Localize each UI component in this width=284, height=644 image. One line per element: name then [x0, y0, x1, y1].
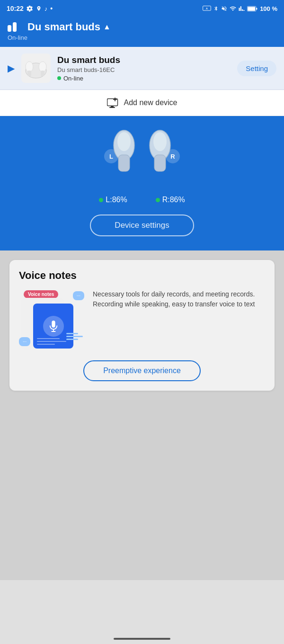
voice-notes-section: Voice notes Voice notes — [0, 250, 284, 400]
voice-notes-card: Voice notes Voice notes — [9, 260, 275, 391]
device-online-status: On-line — [57, 75, 231, 82]
online-label: On-line — [63, 75, 83, 82]
app-header: Du smart buds ▲ On-line — [0, 17, 284, 47]
battery-row: L:86% R:86% — [89, 196, 194, 204]
right-battery-text: R:86% — [162, 196, 185, 204]
status-bar-right: A 100 % — [203, 5, 277, 12]
speech-bubble-2: ··· — [19, 337, 30, 346]
svg-point-8 — [26, 62, 33, 72]
earbuds-illustration: L R — [95, 121, 189, 192]
mute-icon — [221, 5, 227, 12]
chat-lines — [66, 333, 83, 341]
preemptive-experience-button[interactable]: Preemptive experience — [83, 360, 201, 381]
device-info: Du smart buds Du smart buds-16EC On-line — [57, 55, 231, 82]
bottom-gray-area — [0, 400, 284, 580]
right-battery: R:86% — [156, 196, 185, 204]
device-name-text: Du smart buds — [57, 55, 231, 65]
voice-notes-description: Necessary tools for daily records, and m… — [93, 289, 265, 309]
speech-bubble-1: ··· — [73, 291, 84, 300]
add-device-icon — [107, 98, 119, 108]
app-online-status: On-line — [8, 34, 276, 41]
add-device-label: Add new device — [124, 98, 178, 107]
device-model-text: Du smart buds-16EC — [57, 66, 231, 73]
svg-rect-4 — [256, 8, 257, 9]
svg-rect-13 — [111, 106, 114, 107]
bottom-nav-indicator — [0, 634, 284, 644]
nav-bar — [114, 638, 170, 640]
earbuds-container: L R — [0, 116, 284, 192]
signal-icon — [239, 5, 245, 12]
gear-icon — [27, 5, 33, 12]
status-bar-left: 10:22 ♪ • — [7, 5, 53, 12]
auto-icon: A — [203, 6, 211, 11]
app-name-label: Du smart buds — [27, 21, 100, 33]
svg-point-9 — [39, 62, 46, 72]
app-logo — [8, 21, 23, 33]
tiktok-icon: ♪ — [44, 5, 48, 12]
voice-tag: Voice notes — [24, 290, 58, 298]
svg-rect-22 — [154, 155, 166, 171]
doc-lines — [37, 338, 70, 345]
left-battery-dot — [99, 198, 103, 202]
voice-notes-content: Voice notes — [19, 289, 265, 351]
mic-circle — [43, 316, 64, 337]
app-header-top[interactable]: Du smart buds ▲ — [8, 21, 276, 33]
status-bar: 10:22 ♪ • A 100 % — [0, 0, 284, 17]
location-icon — [36, 5, 42, 12]
voice-notes-title: Voice notes — [19, 269, 265, 282]
svg-rect-14 — [109, 107, 115, 108]
svg-rect-6 — [13, 22, 17, 32]
svg-rect-23 — [52, 321, 55, 328]
time-display: 10:22 — [7, 5, 24, 12]
svg-text:A: A — [206, 7, 208, 10]
left-battery-text: L:86% — [106, 196, 127, 204]
svg-rect-5 — [8, 25, 11, 32]
device-image — [21, 54, 51, 83]
bluetooth-icon — [213, 5, 219, 12]
dot-indicator: • — [50, 5, 53, 12]
svg-rect-16 — [113, 99, 117, 100]
doc-blue — [33, 304, 73, 349]
left-battery: L:86% — [99, 196, 127, 204]
svg-point-18 — [117, 132, 131, 151]
battery-icon — [247, 6, 257, 12]
svg-point-21 — [153, 132, 167, 151]
setting-button[interactable]: Setting — [237, 61, 276, 76]
wifi-icon — [230, 5, 236, 12]
device-settings-button[interactable]: Device settings — [90, 215, 194, 236]
battery-percent: 100 % — [260, 5, 277, 12]
play-arrow-icon[interactable]: ▶ — [8, 63, 15, 74]
online-dot-icon — [57, 76, 61, 80]
device-card: ▶ Du smart buds Du smart buds-16EC On-li… — [0, 47, 284, 90]
voice-notes-illustration: Voice notes — [19, 289, 85, 351]
svg-rect-3 — [248, 7, 256, 10]
svg-rect-19 — [118, 155, 130, 171]
main-blue-section: L R L:86% R:86% Device s — [0, 116, 284, 250]
earbuds-main-svg — [104, 121, 180, 182]
dropdown-arrow-icon[interactable]: ▲ — [103, 23, 111, 31]
device-thumbnail — [23, 56, 49, 80]
app-title-text: Du smart buds ▲ — [27, 21, 111, 33]
svg-rect-10 — [27, 71, 31, 76]
svg-rect-11 — [41, 71, 44, 76]
right-battery-dot — [156, 198, 160, 202]
add-device-row[interactable]: Add new device — [0, 90, 284, 116]
mic-icon — [48, 320, 59, 333]
